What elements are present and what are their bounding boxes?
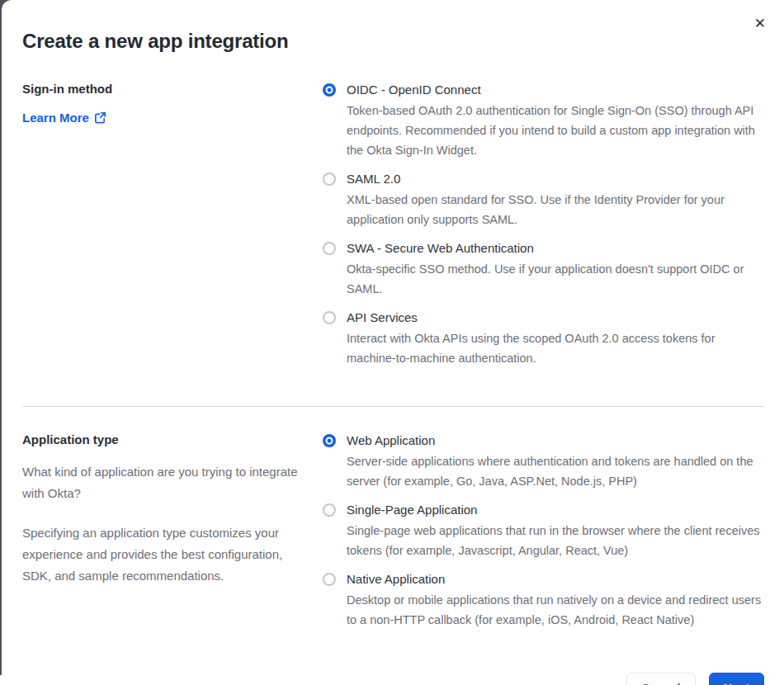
learn-more-label: Learn More xyxy=(22,111,89,125)
radio-option-saml[interactable]: SAML 2.0 XML-based open standard for SSO… xyxy=(323,170,764,229)
option-label: OIDC - OpenID Connect xyxy=(347,81,764,99)
create-app-integration-modal: ✕ Create a new app integration Sign-in m… xyxy=(2,0,784,685)
option-description: Desktop or mobile applications that run … xyxy=(347,590,764,630)
signin-method-heading: Sign-in method xyxy=(22,81,323,97)
option-description: Okta-specific SSO method. Use if your ap… xyxy=(347,259,764,299)
radio-option-swa[interactable]: SWA - Secure Web Authentication Okta-spe… xyxy=(323,239,764,299)
radio-option-web-application[interactable]: Web Application Server-side applications… xyxy=(323,432,764,491)
radio-unselected-icon[interactable] xyxy=(323,503,336,517)
option-label: Native Application xyxy=(347,570,764,588)
option-label: SWA - Secure Web Authentication xyxy=(347,239,764,257)
radio-unselected-icon[interactable] xyxy=(323,172,336,186)
radio-selected-icon[interactable] xyxy=(323,83,336,97)
radio-option-native-application[interactable]: Native Application Desktop or mobile app… xyxy=(323,570,764,630)
option-text: OIDC - OpenID Connect Token-based OAuth … xyxy=(347,81,764,160)
option-description: Token-based OAuth 2.0 authentication for… xyxy=(347,101,764,160)
option-label: API Services xyxy=(347,309,764,327)
signin-method-options: OIDC - OpenID Connect Token-based OAuth … xyxy=(323,81,764,378)
application-type-section: Application type What kind of applicatio… xyxy=(22,432,764,640)
option-description: Interact with Okta APIs using the scoped… xyxy=(347,328,764,368)
option-text: API Services Interact with Okta APIs usi… xyxy=(347,309,764,368)
page-title: Create a new app integration xyxy=(22,30,764,53)
application-type-intro: What kind of application are you trying … xyxy=(22,461,311,504)
radio-unselected-icon[interactable] xyxy=(323,573,336,586)
radio-unselected-icon[interactable] xyxy=(323,311,336,324)
option-description: XML-based open standard for SSO. Use if … xyxy=(347,190,764,229)
application-type-heading: Application type xyxy=(22,432,323,448)
option-text: Web Application Server-side applications… xyxy=(347,432,764,491)
learn-more-link[interactable]: Learn More xyxy=(22,111,106,125)
radio-option-api-services[interactable]: API Services Interact with Okta APIs usi… xyxy=(323,309,764,368)
signin-method-left-column: Sign-in method Learn More xyxy=(22,81,323,125)
option-description: Server-side applications where authentic… xyxy=(347,451,764,491)
radio-option-oidc[interactable]: OIDC - OpenID Connect Token-based OAuth … xyxy=(323,81,764,160)
option-text: Native Application Desktop or mobile app… xyxy=(347,570,764,630)
option-description: Single-page web applications that run in… xyxy=(347,521,764,560)
modal-footer: Cancel Next xyxy=(22,673,764,685)
option-text: SAML 2.0 XML-based open standard for SSO… xyxy=(347,170,764,229)
close-icon[interactable]: ✕ xyxy=(754,17,766,31)
signin-method-section: Sign-in method Learn More OIDC - OpenID … xyxy=(22,81,764,378)
section-divider xyxy=(22,406,764,407)
application-type-note: Specifying an application type customize… xyxy=(22,522,311,587)
application-type-left-column: Application type What kind of applicatio… xyxy=(22,432,323,587)
radio-unselected-icon[interactable] xyxy=(323,242,336,255)
option-label: Single-Page Application xyxy=(347,501,764,519)
application-type-options: Web Application Server-side applications… xyxy=(323,432,764,640)
option-label: Web Application xyxy=(347,432,764,450)
option-text: Single-Page Application Single-page web … xyxy=(347,501,764,560)
cancel-button[interactable]: Cancel xyxy=(626,673,696,685)
next-button[interactable]: Next xyxy=(709,673,764,685)
external-link-icon xyxy=(94,111,106,124)
radio-option-single-page-application[interactable]: Single-Page Application Single-page web … xyxy=(323,501,764,560)
option-label: SAML 2.0 xyxy=(347,170,764,188)
option-text: SWA - Secure Web Authentication Okta-spe… xyxy=(347,239,764,299)
radio-selected-icon[interactable] xyxy=(323,434,336,447)
